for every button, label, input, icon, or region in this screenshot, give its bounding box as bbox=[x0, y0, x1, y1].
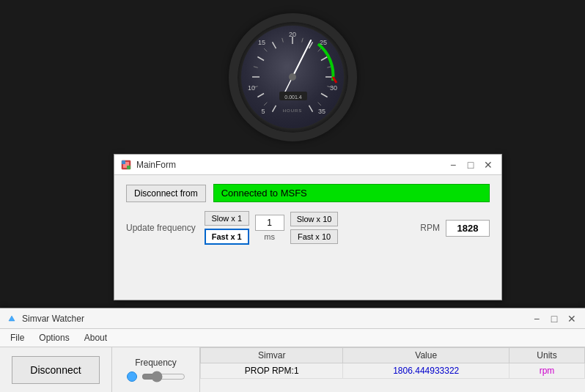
svg-text:35: 35 bbox=[318, 108, 325, 115]
simvar-icon bbox=[6, 313, 18, 325]
simvar-minimize-button[interactable]: − bbox=[529, 311, 544, 326]
simvar-frequency-section: Frequency bbox=[112, 347, 200, 392]
fast-x1-button[interactable]: Fast x 1 bbox=[205, 229, 249, 245]
fast-x10-button[interactable]: Fast x 10 bbox=[290, 229, 339, 244]
svg-text:5: 5 bbox=[261, 108, 265, 115]
gauge-area: 5 10 15 20 25 30 35 0.001.4 bbox=[0, 0, 585, 154]
slow-x10-button[interactable]: Slow x 10 bbox=[290, 212, 339, 226]
svg-line-14 bbox=[264, 48, 267, 51]
svg-rect-37 bbox=[122, 160, 125, 164]
svg-line-16 bbox=[302, 38, 303, 42]
slow-x1-button[interactable]: Slow x 1 bbox=[205, 211, 249, 226]
mainform-body: Disconnect from Connected to MSFS Update… bbox=[114, 175, 501, 254]
rpm-section: RPM 1828 bbox=[420, 220, 490, 237]
mainform-titlebar: MainForm − □ ✕ bbox=[114, 155, 501, 175]
svg-text:30: 30 bbox=[330, 84, 337, 92]
svg-line-15 bbox=[282, 38, 284, 42]
simvar-body: Disconnect Frequency Simvar Value Units bbox=[0, 347, 585, 392]
simvar-disconnect-button[interactable]: Disconnect bbox=[12, 356, 100, 384]
mainform-window: MainForm − □ ✕ Disconnect from Connected… bbox=[114, 154, 502, 300]
simvar-close-button[interactable]: ✕ bbox=[564, 311, 579, 326]
table-header-value: Value bbox=[343, 348, 509, 363]
svg-line-9 bbox=[321, 94, 328, 97]
simvar-disconnect-section: Disconnect bbox=[0, 347, 112, 392]
svg-line-1 bbox=[257, 94, 264, 97]
menu-options[interactable]: Options bbox=[32, 330, 76, 345]
freq-slider-row bbox=[127, 371, 185, 382]
simvar-titlebar: Simvar Watcher − □ ✕ bbox=[0, 308, 585, 329]
svg-line-4 bbox=[273, 42, 276, 48]
svg-text:0.001.4: 0.001.4 bbox=[284, 95, 301, 100]
simvar-menu-bar: File Options About bbox=[0, 329, 585, 347]
mainform-maximize-button[interactable]: □ bbox=[463, 158, 478, 172]
table-header-units: Units bbox=[509, 348, 584, 363]
svg-line-28 bbox=[333, 77, 336, 83]
table-header-simvar: Simvar bbox=[201, 348, 343, 363]
mainform-minimize-button[interactable]: − bbox=[446, 158, 460, 172]
svg-text:HOURS: HOURS bbox=[283, 108, 303, 113]
mainform-controls[interactable]: − □ ✕ bbox=[446, 158, 496, 172]
svg-line-0 bbox=[273, 106, 276, 112]
simvar-table: Simvar Value Units PROP RPM:1 1806.44493… bbox=[200, 347, 585, 379]
svg-line-10 bbox=[309, 106, 313, 112]
simvar-controls[interactable]: − □ ✕ bbox=[529, 311, 579, 326]
svg-line-29 bbox=[292, 40, 311, 77]
svg-line-17 bbox=[318, 48, 321, 51]
simvar-title: Simvar Watcher bbox=[22, 314, 84, 324]
disconnect-from-button[interactable]: Disconnect from bbox=[126, 185, 206, 202]
table-cell-value: 1806.444933322 bbox=[343, 363, 509, 379]
update-frequency-label: Update frequency bbox=[126, 223, 196, 233]
simvar-frequency-label: Frequency bbox=[135, 358, 177, 368]
update-frequency-row: Update frequency Slow x 1 Fast x 1 ms Sl… bbox=[126, 211, 490, 245]
table-cell-simvar: PROP RPM:1 bbox=[201, 363, 343, 379]
svg-line-3 bbox=[257, 57, 264, 61]
svg-text:15: 15 bbox=[258, 39, 265, 46]
ms-value-input[interactable] bbox=[255, 215, 284, 231]
svg-line-13 bbox=[254, 67, 258, 68]
simvar-watcher-window: Simvar Watcher − □ ✕ File Options About … bbox=[0, 308, 585, 392]
freq-dot-indicator bbox=[127, 371, 137, 382]
mainform-icon bbox=[120, 159, 132, 171]
svg-line-20 bbox=[318, 103, 321, 106]
table-row: PROP RPM:1 1806.444933322 rpm bbox=[201, 363, 585, 379]
svg-text:20: 20 bbox=[289, 31, 296, 38]
mainform-close-button[interactable]: ✕ bbox=[481, 158, 496, 172]
simvar-table-section: Simvar Value Units PROP RPM:1 1806.44493… bbox=[200, 347, 585, 392]
menu-file[interactable]: File bbox=[3, 330, 32, 345]
left-freq-buttons: Slow x 1 Fast x 1 bbox=[205, 211, 249, 245]
rpm-gauge: 5 10 15 20 25 30 35 0.001.4 bbox=[229, 13, 357, 141]
svg-line-7 bbox=[321, 57, 328, 61]
svg-rect-38 bbox=[127, 166, 130, 169]
rpm-label: RPM bbox=[420, 223, 440, 233]
right-freq-buttons: Slow x 10 Fast x 10 bbox=[290, 212, 339, 244]
ms-unit-label: ms bbox=[264, 232, 275, 241]
menu-about[interactable]: About bbox=[77, 330, 114, 345]
connection-status: Connected to MSFS bbox=[213, 184, 490, 202]
svg-line-11 bbox=[264, 103, 267, 106]
svg-point-31 bbox=[289, 73, 296, 81]
table-cell-units: rpm bbox=[509, 363, 584, 379]
svg-text:10: 10 bbox=[248, 84, 255, 92]
freq-slider[interactable] bbox=[141, 371, 185, 382]
rpm-value-display: 1828 bbox=[446, 220, 490, 237]
simvar-maximize-button[interactable]: □ bbox=[547, 311, 562, 326]
connection-row: Disconnect from Connected to MSFS bbox=[126, 184, 490, 202]
ms-input-group: ms bbox=[255, 215, 284, 241]
mainform-title: MainForm bbox=[136, 160, 176, 170]
